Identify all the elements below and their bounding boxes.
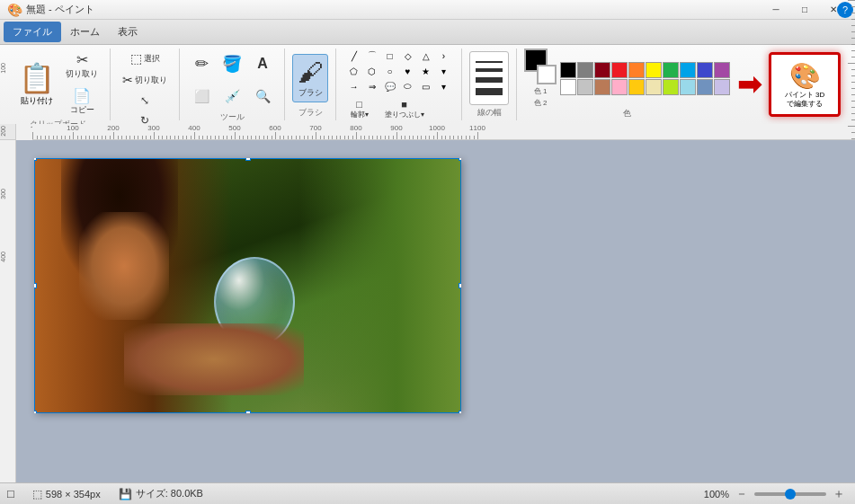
color-cell-12[interactable]: [594, 79, 610, 95]
ruler-h-label: 700: [309, 124, 321, 132]
color-cell-10[interactable]: [560, 79, 576, 95]
drawing-canvas[interactable]: [34, 158, 461, 413]
minimize-button[interactable]: ─: [761, 0, 790, 20]
menu-file[interactable]: ファイル: [4, 22, 61, 42]
color-section: 色 1 色 2: [524, 49, 730, 108]
select-button[interactable]: ⬚ 選択: [118, 49, 172, 68]
shape-chevron[interactable]: ›: [436, 49, 452, 63]
ruler-h-tick: [348, 136, 349, 139]
shape-more[interactable]: ▾: [436, 64, 452, 78]
color-cell-1[interactable]: [577, 62, 593, 78]
ruler-h-tick: [134, 136, 135, 139]
ruler-h-tick: [332, 136, 333, 139]
color-cell-15[interactable]: [646, 79, 662, 95]
maximize-button[interactable]: □: [790, 0, 819, 20]
shape-line[interactable]: ╱: [346, 49, 362, 63]
color-cell-9[interactable]: [714, 62, 730, 78]
ruler-h-tick: [69, 136, 70, 139]
shape-cylinder[interactable]: ⬭: [400, 79, 416, 93]
ruler-h-tick: [191, 136, 191, 139]
ruler-h-label: 900: [390, 124, 402, 132]
menu-view[interactable]: 表示: [109, 22, 147, 42]
shape-rect[interactable]: □: [382, 49, 398, 63]
color2-label: 色 2: [534, 98, 548, 108]
outline-button[interactable]: □ 輪郭▾: [346, 96, 373, 122]
color-cell-11[interactable]: [577, 79, 593, 95]
ruler-h-tick: [312, 136, 313, 139]
ruler-h-tick: [166, 136, 167, 139]
ruler-h-label: 1000: [429, 124, 445, 132]
shape-callout[interactable]: 💬: [382, 79, 398, 93]
shape-curve[interactable]: ⌒: [364, 49, 380, 63]
color-cell-14[interactable]: [628, 79, 645, 95]
pencil-button[interactable]: ✏: [187, 49, 216, 79]
ruler-h-tick: [150, 136, 151, 139]
shapes-inner: ╱ ⌒ □ ◇ △ › ⬠ ⬡ ○ ♥ ★ ▾ → ⇒: [346, 49, 452, 122]
help-button[interactable]: ?: [837, 2, 853, 18]
menu-home[interactable]: ホーム: [61, 22, 109, 42]
copy-label: コピー: [70, 104, 94, 116]
linewidth-button[interactable]: [469, 51, 509, 105]
color-cell-4[interactable]: [628, 62, 645, 78]
magnify-button[interactable]: 🔍: [248, 81, 277, 111]
color-cell-17[interactable]: [680, 79, 696, 95]
ruler-h-tick: [425, 136, 426, 139]
zoom-minus-button[interactable]: －: [733, 486, 751, 502]
ruler-h-tick: [243, 136, 244, 139]
shape-rounded-rect[interactable]: ▭: [418, 79, 434, 93]
ruler-h-tick: [247, 136, 248, 139]
shape-pentagon[interactable]: ⬠: [346, 64, 362, 78]
color-cell-5[interactable]: [646, 62, 662, 78]
canvas-scroll-area[interactable]: [16, 140, 855, 482]
crop-button[interactable]: ✂ 切り取り: [118, 70, 172, 90]
fill-button[interactable]: 🪣: [218, 49, 246, 79]
color-cell-2[interactable]: [594, 62, 610, 78]
copy-button[interactable]: 📄 コピー: [61, 84, 102, 119]
eraser-button[interactable]: ⬜: [187, 81, 216, 111]
ruler-v-label: 100: [0, 63, 6, 74]
shape-triangle[interactable]: △: [418, 49, 434, 63]
paste-button[interactable]: 📋 貼り付け: [13, 57, 61, 111]
color-cell-18[interactable]: [697, 79, 713, 95]
shape-heart[interactable]: ♥: [400, 64, 416, 78]
shape-arrow2[interactable]: ⇒: [364, 79, 380, 93]
shapes-row2: ⬠ ⬡ ○ ♥ ★ ▾: [346, 64, 452, 78]
shape-ellipse[interactable]: ○: [382, 64, 398, 78]
color-cell-6[interactable]: [663, 62, 679, 78]
paste-icon: 📋: [19, 61, 55, 95]
shape-star[interactable]: ★: [418, 64, 434, 78]
ruler-v-label: 400: [0, 252, 6, 262]
ruler-v-tick: [851, 13, 855, 13]
color-cell-3[interactable]: [611, 62, 628, 78]
shape-arrow[interactable]: →: [346, 79, 362, 93]
color-cell-0[interactable]: [560, 62, 576, 78]
zoom-plus-button[interactable]: ＋: [830, 486, 848, 502]
cut-button[interactable]: ✂ 切り取り: [61, 49, 102, 83]
zoom-slider[interactable]: [754, 492, 826, 496]
shape-more2[interactable]: ▾: [436, 79, 452, 93]
ruler-h-tick: [77, 136, 78, 139]
color2-swatch[interactable]: [537, 65, 557, 84]
ruler-h-tick: [251, 136, 252, 139]
clipboard-group: 📋 貼り付け ✂ 切り取り 📄 コピー クリップボード: [5, 49, 111, 120]
color-cell-16[interactable]: [663, 79, 679, 95]
ruler-h-tick: [441, 136, 442, 139]
eyedropper-button[interactable]: 💉: [218, 81, 246, 111]
shape-hex[interactable]: ⬡: [364, 64, 380, 78]
shapefill-button[interactable]: ■ 塗りつぶし▾: [380, 96, 429, 122]
ruler-h-tick: [178, 136, 179, 139]
sel-handle-tl: [34, 158, 37, 161]
outdoor-area: [299, 158, 461, 413]
color-cell-13[interactable]: [611, 79, 628, 95]
select-label: 選択: [144, 53, 160, 65]
color-cell-19[interactable]: [714, 79, 730, 95]
color-cell-8[interactable]: [697, 62, 713, 78]
brush-button[interactable]: 🖌 ブラシ: [292, 54, 328, 102]
shape-diamond[interactable]: ◇: [400, 49, 416, 63]
resize-button[interactable]: ⤡: [118, 92, 172, 110]
ruler-v-tick: [848, 63, 855, 64]
text-button[interactable]: A: [248, 49, 277, 79]
image-group-inner: ⬚ 選択 ✂ 切り取り ⤡ ↻: [118, 49, 172, 129]
paint3d-button[interactable]: 🎨 パイント 3Dで編集する: [769, 52, 841, 117]
color-cell-7[interactable]: [680, 62, 696, 78]
